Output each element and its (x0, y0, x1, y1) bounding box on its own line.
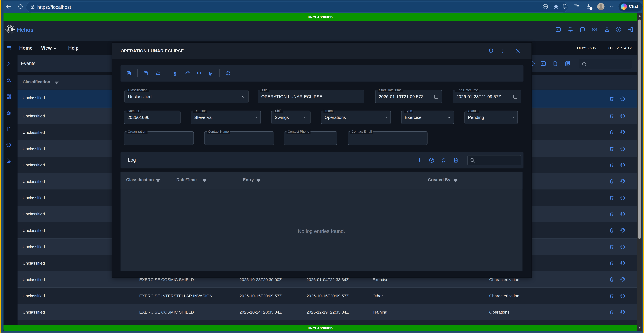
svg-text:xlsx: xlsx (554, 63, 556, 65)
svg-text:xlsx: xlsx (454, 160, 457, 161)
